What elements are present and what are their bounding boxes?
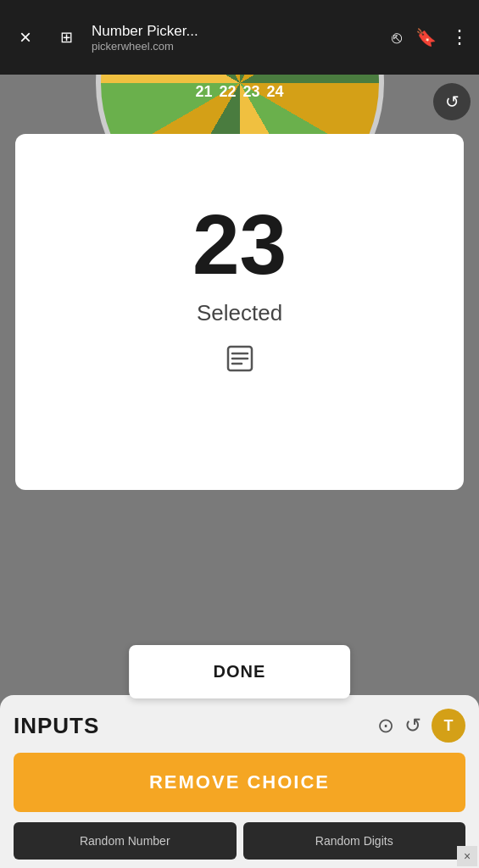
close-icon: ×	[19, 25, 31, 49]
inputs-title: INPUTS	[14, 713, 99, 739]
result-number: 23	[192, 202, 287, 287]
result-modal: 23 Selected	[15, 134, 464, 490]
page-subtitle: pickerwheel.com	[92, 40, 382, 53]
page-title-container: Number Picker... pickerwheel.com	[92, 23, 382, 53]
top-bar-actions: ⎋ 🔖 ⋮	[392, 26, 469, 48]
bottom-panel-icons: ⊙ ↺ T	[377, 709, 465, 743]
history-button[interactable]: ↺	[433, 83, 471, 120]
target-button[interactable]: T	[432, 709, 465, 743]
remove-choice-button[interactable]: REMOVE CHOICE	[14, 753, 465, 812]
share-icon[interactable]: ⎋	[392, 28, 402, 47]
bottom-panel-header: INPUTS ⊙ ↺ T	[14, 709, 465, 743]
top-bar: × ⊞ Number Picker... pickerwheel.com ⎋ 🔖…	[0, 0, 479, 75]
bookmark-icon[interactable]: 🔖	[415, 27, 437, 47]
more-options-icon[interactable]: ⋮	[450, 26, 469, 48]
tab-random-digits[interactable]: Random Digits	[243, 822, 466, 860]
done-button[interactable]: DONE	[129, 645, 351, 698]
filter-icon[interactable]: ⊞	[51, 22, 81, 53]
bottom-panel: INPUTS ⊙ ↺ T REMOVE CHOICE Random Number…	[0, 695, 479, 868]
main-content: 21 22 23 24 ↺ 23 Selected DONE INPUTS ⊙	[0, 75, 479, 868]
tab-random-number[interactable]: Random Number	[14, 822, 237, 860]
result-label: Selected	[197, 300, 282, 326]
target-icon[interactable]: ⊙	[377, 714, 394, 737]
reset-icon[interactable]: ↺	[404, 714, 421, 737]
wheel-numbers: 21 22 23 24	[195, 83, 283, 101]
tab-buttons: Random Number Random Digits	[14, 822, 465, 860]
result-list-icon	[225, 343, 255, 380]
history-icon: ↺	[445, 92, 460, 112]
close-button[interactable]: ×	[10, 22, 41, 53]
small-close-button[interactable]: ×	[457, 846, 477, 866]
page-title: Number Picker...	[92, 23, 382, 40]
